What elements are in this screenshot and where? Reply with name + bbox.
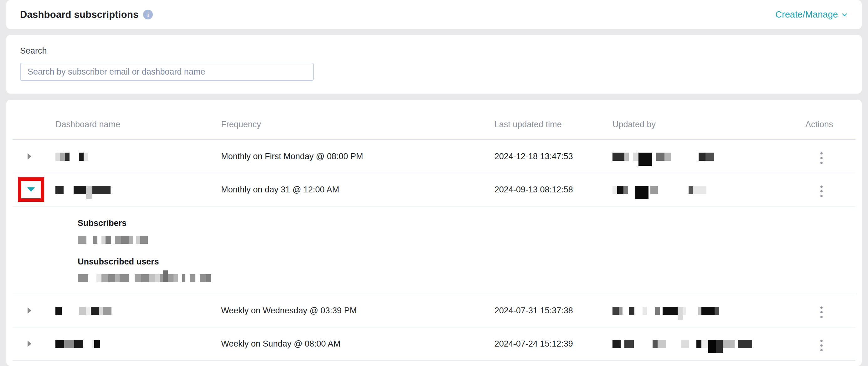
- redacted-dashboard-name: [55, 186, 111, 194]
- chevron-down-icon: [841, 11, 848, 18]
- table-row: Weekly on Sunday @ 08:00 AM 2024-07-24 1…: [12, 328, 856, 361]
- last-updated-value: 2024-09-13 08:12:58: [494, 185, 613, 195]
- col-updated-by: Updated by: [613, 120, 805, 130]
- page-title: Dashboard subscriptions: [20, 9, 138, 20]
- col-last-updated: Last updated time: [494, 120, 613, 130]
- top-bar: Dashboard subscriptions i Create/Manage: [6, 0, 862, 29]
- redacted-dashboard-name: [55, 152, 88, 161]
- row-actions-menu-icon[interactable]: [818, 338, 825, 353]
- search-input[interactable]: [20, 63, 314, 81]
- last-updated-value: 2024-07-31 15:37:38: [494, 306, 613, 315]
- redacted-updated-by: [613, 307, 719, 315]
- frequency-value: Weekly on Sunday @ 08:00 AM: [221, 339, 494, 349]
- subscriptions-table: Dashboard name Frequency Last updated ti…: [6, 100, 862, 366]
- subscribers-heading: Subscribers: [78, 218, 856, 228]
- last-updated-value: 2024-12-18 13:47:53: [494, 152, 613, 161]
- table-header-row: Dashboard name Frequency Last updated ti…: [12, 100, 856, 140]
- redacted-unsubscribed-emails: [78, 274, 856, 282]
- expand-row-icon[interactable]: [28, 153, 31, 160]
- redacted-dashboard-name: [55, 340, 100, 348]
- search-label: Search: [20, 46, 848, 56]
- redacted-dashboard-name: [55, 307, 112, 315]
- unsubscribed-users-heading: Unsubscribed users: [78, 257, 856, 267]
- col-frequency: Frequency: [221, 120, 494, 130]
- create-manage-dropdown[interactable]: Create/Manage: [775, 9, 848, 20]
- collapse-row-icon[interactable]: [27, 188, 35, 192]
- row-actions-menu-icon[interactable]: [818, 305, 825, 320]
- red-highlight-box: [18, 177, 44, 202]
- redacted-updated-by: [613, 340, 752, 348]
- info-icon[interactable]: i: [143, 10, 153, 20]
- expand-row-icon[interactable]: [28, 341, 31, 347]
- table-row-expanded: Monthly on day 31 @ 12:00 AM 2024-09-13 …: [12, 173, 856, 206]
- row-actions-menu-icon[interactable]: [818, 150, 825, 166]
- redacted-updated-by: [613, 186, 706, 194]
- row-actions-menu-icon[interactable]: [818, 184, 825, 199]
- search-panel: Search: [6, 35, 862, 94]
- frequency-value: Monthly on First Monday @ 08:00 PM: [221, 152, 494, 161]
- col-actions: Actions: [805, 120, 856, 130]
- expand-row-icon[interactable]: [28, 307, 31, 314]
- last-updated-value: 2024-07-24 15:12:39: [494, 339, 613, 349]
- frequency-value: Monthly on day 31 @ 12:00 AM: [221, 185, 494, 195]
- table-row: Weekly on Wednesday @ 03:39 PM 2024-07-3…: [12, 294, 856, 328]
- redacted-subscriber-emails: [78, 236, 856, 244]
- frequency-value: Weekly on Wednesday @ 03:39 PM: [221, 306, 494, 315]
- title-wrap: Dashboard subscriptions i: [20, 9, 153, 20]
- table-row: Monthly on First Monday @ 08:00 PM 2024-…: [12, 140, 856, 173]
- row-details: Subscribers Unsubscribed users: [12, 206, 856, 294]
- col-dashboard-name: Dashboard name: [55, 120, 221, 130]
- redacted-updated-by: [613, 152, 714, 161]
- create-manage-label: Create/Manage: [775, 9, 838, 20]
